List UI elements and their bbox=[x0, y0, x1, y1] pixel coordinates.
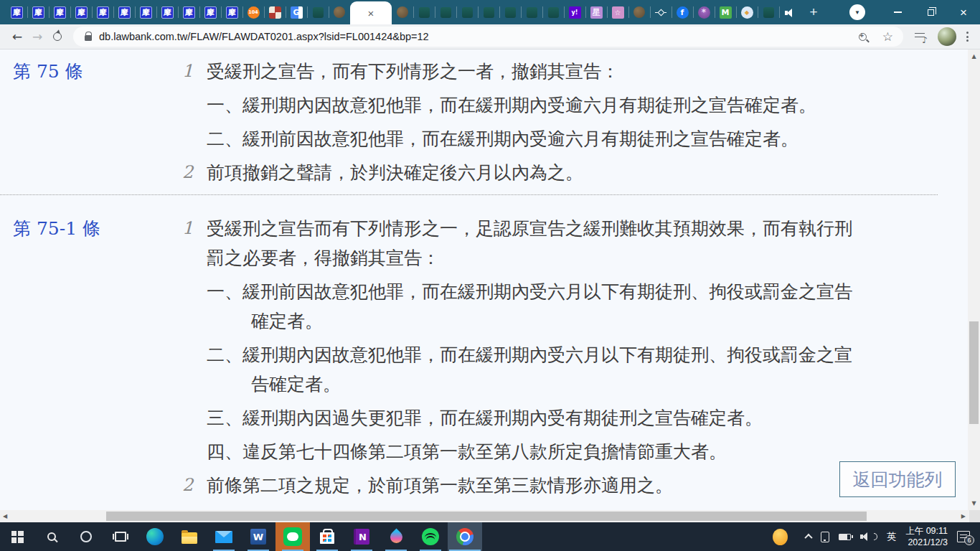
tab-purple[interactable]: * bbox=[693, 0, 715, 24]
url-text[interactable]: db.lawbank.com.tw/FLAW/FLAWDAT0201.aspx?… bbox=[99, 31, 859, 42]
scroll-up-icon[interactable]: ▲ bbox=[968, 53, 980, 60]
tray-notification-bubble-icon[interactable] bbox=[773, 529, 788, 545]
tab-mo[interactable]: 摩 bbox=[135, 0, 156, 24]
tab-mo[interactable]: 摩 bbox=[70, 0, 92, 24]
browser-menu-button[interactable] bbox=[966, 32, 969, 42]
horizontal-scroll-thumb[interactable] bbox=[106, 512, 867, 521]
tab-speaker[interactable] bbox=[779, 0, 801, 24]
taskbar-start-button[interactable] bbox=[0, 522, 34, 551]
action-center-button[interactable]: 6 bbox=[957, 531, 970, 542]
tab-globe[interactable] bbox=[628, 0, 650, 24]
file-explorer-icon bbox=[182, 532, 197, 544]
tab-facebook[interactable]: f bbox=[672, 0, 693, 24]
tab-scales[interactable] bbox=[413, 0, 435, 24]
forward-button[interactable]: → bbox=[27, 27, 47, 47]
zoom-indicator-icon[interactable] bbox=[859, 33, 867, 41]
tab-mo[interactable]: 摩 bbox=[199, 0, 221, 24]
tab-mo[interactable]: 摩 bbox=[178, 0, 199, 24]
taskbar-search-button[interactable] bbox=[34, 522, 69, 551]
forward-arrow-icon: → bbox=[32, 29, 42, 44]
taskbar-task-view-button[interactable] bbox=[103, 522, 138, 551]
tab-strip-right-controls: ▼ × bbox=[849, 0, 980, 24]
edge-icon bbox=[146, 528, 164, 545]
tab-scales[interactable] bbox=[542, 0, 564, 24]
tab-globe[interactable] bbox=[329, 0, 350, 24]
tab-mo[interactable]: 摩 bbox=[49, 0, 70, 24]
tab-scales[interactable] bbox=[435, 0, 456, 24]
tab-scales[interactable] bbox=[478, 0, 499, 24]
tab-search-button[interactable]: ▼ bbox=[849, 4, 865, 20]
taskbar-mail-button[interactable] bbox=[207, 522, 241, 551]
show-hidden-icons-button[interactable] bbox=[805, 534, 813, 542]
address-bar[interactable]: db.lawbank.com.tw/FLAW/FLAWDAT0201.aspx?… bbox=[73, 27, 903, 47]
tab-mo[interactable]: 摩 bbox=[6, 0, 27, 24]
window-close-button[interactable]: × bbox=[947, 0, 980, 24]
ime-indicator[interactable]: 英 bbox=[887, 530, 896, 543]
vertical-scrollbar[interactable]: ▲ ▼ bbox=[968, 50, 980, 510]
paragraph-number: 1 bbox=[178, 57, 207, 158]
paragraph-text: 受緩刑之宣告，而有下列情形之一者，撤銷其宣告：一、緩刑期內因故意犯他罪，而在緩刑… bbox=[207, 57, 938, 158]
tab-scales[interactable] bbox=[456, 0, 478, 24]
new-tab-button[interactable]: + bbox=[801, 0, 826, 24]
profile-avatar[interactable] bbox=[938, 27, 956, 46]
taskbar-line-button[interactable] bbox=[275, 522, 310, 551]
paragraph-text: 前項撤銷之聲請，於判決確定後六月以內為之。 bbox=[207, 158, 938, 192]
tab-scales[interactable] bbox=[499, 0, 521, 24]
tab-close-icon[interactable]: × bbox=[368, 8, 374, 19]
taskbar-spotify-button[interactable] bbox=[413, 522, 448, 551]
taskbar-onenote-button[interactable]: N bbox=[344, 522, 379, 551]
law-articles: 第 75 條1受緩刑之宣告，而有下列情形之一者，撤銷其宣告：一、緩刑期內因故意犯… bbox=[0, 50, 938, 504]
scroll-down-icon[interactable]: ▼ bbox=[968, 500, 980, 507]
tab-p104[interactable]: 104 bbox=[242, 0, 264, 24]
active-tab[interactable]: × bbox=[350, 1, 392, 24]
browser-tab-strip: 摩摩摩摩摩摩摩摩摩摩摩104G×y!星☆f*M◆ + ▼ × bbox=[0, 0, 980, 24]
taskbar-store-button[interactable] bbox=[310, 522, 344, 551]
reload-icon bbox=[53, 32, 62, 41]
tab-mo[interactable]: 摩 bbox=[221, 0, 242, 24]
tab-scales[interactable] bbox=[758, 0, 779, 24]
word-icon: W bbox=[250, 529, 266, 545]
cortana-icon bbox=[80, 531, 92, 542]
bookmark-star-icon[interactable]: ☆ bbox=[882, 29, 893, 44]
tab-globe[interactable] bbox=[392, 0, 413, 24]
law-line: 告確定者。 bbox=[207, 369, 938, 399]
tray-volume-icon[interactable] bbox=[860, 532, 872, 542]
back-button[interactable]: ← bbox=[7, 27, 27, 47]
tab-scales[interactable] bbox=[307, 0, 329, 24]
tab-mo[interactable]: 摩 bbox=[113, 0, 135, 24]
tray-battery-icon[interactable] bbox=[839, 534, 851, 540]
reload-button[interactable] bbox=[47, 27, 67, 47]
tab-starbox[interactable]: ☆ bbox=[607, 0, 628, 24]
window-minimize-button[interactable] bbox=[881, 0, 914, 24]
tab-mo[interactable]: 摩 bbox=[27, 0, 49, 24]
taskbar-chrome-button[interactable] bbox=[448, 522, 482, 551]
window-restore-button[interactable] bbox=[914, 0, 947, 24]
scroll-left-icon[interactable]: ◀ bbox=[3, 511, 7, 522]
taskbar-paint-3d-button[interactable] bbox=[379, 522, 413, 551]
tab-pulse[interactable] bbox=[650, 0, 672, 24]
tab-crest[interactable] bbox=[264, 0, 286, 24]
tab-mo[interactable]: 摩 bbox=[156, 0, 178, 24]
tab-scales[interactable] bbox=[521, 0, 542, 24]
taskbar-word-button[interactable]: W bbox=[241, 522, 275, 551]
scroll-right-icon[interactable]: ▶ bbox=[961, 511, 966, 522]
vertical-scroll-thumb[interactable] bbox=[969, 321, 979, 424]
taskbar-cortana-button[interactable] bbox=[69, 522, 103, 551]
tab-mgreen[interactable]: M bbox=[715, 0, 736, 24]
tab-compass[interactable]: ◆ bbox=[736, 0, 758, 24]
tray-device-icon[interactable] bbox=[821, 532, 829, 542]
tab-mo[interactable]: 摩 bbox=[92, 0, 113, 24]
tab-translate[interactable]: G bbox=[286, 0, 307, 24]
taskbar-apps: WN bbox=[0, 522, 482, 551]
taskbar-edge-button[interactable] bbox=[138, 522, 172, 551]
tab-yahoo[interactable]: y! bbox=[564, 0, 585, 24]
horizontal-scrollbar[interactable]: ◀ ▶ bbox=[0, 510, 980, 522]
scrollbar-corner bbox=[969, 510, 980, 522]
tray-clock[interactable]: 上午 09:11 2021/12/3 bbox=[905, 525, 948, 548]
lock-icon[interactable] bbox=[85, 35, 92, 41]
media-controls-icon[interactable] bbox=[915, 32, 926, 42]
return-to-menu-button[interactable]: 返回功能列 bbox=[839, 461, 956, 497]
tab-starchar[interactable]: 星 bbox=[585, 0, 607, 24]
taskbar-file-explorer-button[interactable] bbox=[172, 522, 207, 551]
law-line: 受緩刑之宣告，而有下列情形之一者，撤銷其宣告： bbox=[207, 57, 938, 86]
